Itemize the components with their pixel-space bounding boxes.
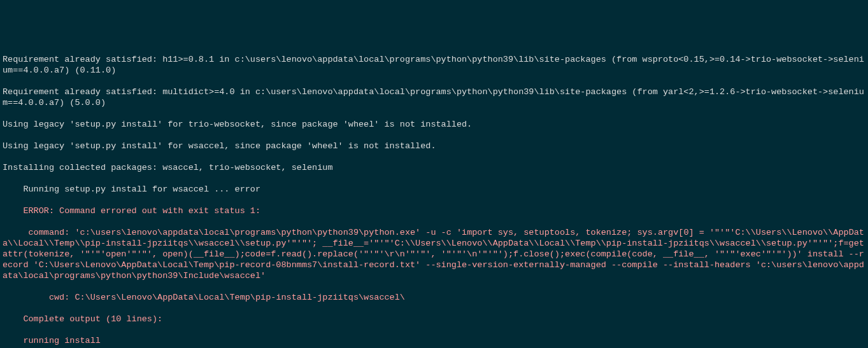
output-line: Requirement already satisfied: h11>=0.8.… [3, 54, 865, 76]
error-line: command: 'c:\users\lenovo\appdata\local\… [3, 227, 865, 281]
output-line: Installing collected packages: wsaccel, … [3, 162, 865, 173]
output-line: Running setup.py install for wsaccel ...… [3, 184, 865, 195]
terminal-output[interactable]: Requirement already satisfied: h11>=0.8.… [0, 43, 868, 348]
error-line: running install [3, 335, 865, 346]
error-line: ERROR: Command errored out with exit sta… [3, 205, 865, 216]
output-line: Using legacy 'setup.py install' for wsac… [3, 141, 865, 151]
error-line: cwd: C:\Users\Lenovo\AppData\Local\Temp\… [3, 292, 865, 303]
output-line: Using legacy 'setup.py install' for trio… [3, 119, 865, 130]
error-line: Complete output (10 lines): [3, 314, 865, 324]
output-line: Requirement already satisfied: multidict… [3, 87, 865, 108]
